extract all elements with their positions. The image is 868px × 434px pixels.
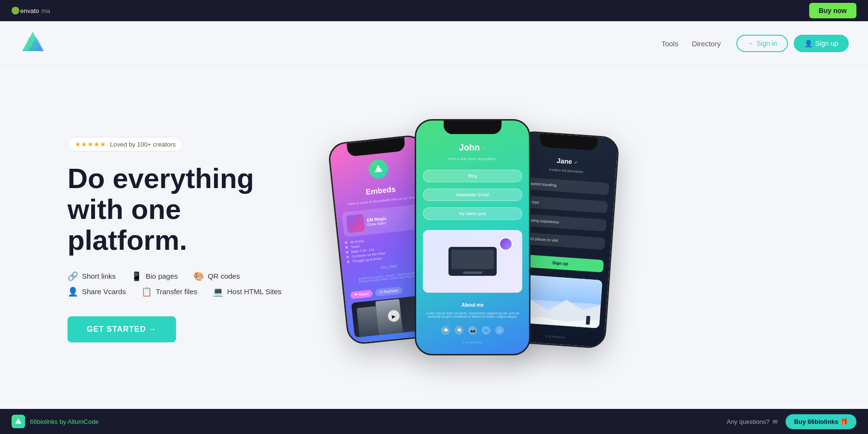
svg-point-0 <box>12 7 19 14</box>
social-icons-row: 💬 💬 📸 🐦 ♪ <box>423 326 522 335</box>
phone-mockups: Embeds Here is some of the embeds that c… <box>309 114 829 365</box>
feature-html-sites: 💻 Host HTML Sites <box>213 286 282 297</box>
feature-bio-pages: 📱 Bio pages <box>131 271 178 282</box>
instagram-icon[interactable]: 📸 <box>468 326 477 335</box>
feature-label: QR codes <box>208 272 240 280</box>
center-profile-name: John ✓ <box>423 143 522 153</box>
html-icon: 💻 <box>213 286 223 297</box>
track-info: EM Magic Glow Stars <box>366 216 387 227</box>
about-text: Lorem ipsum dolor sit amet, consectetur … <box>423 312 522 318</box>
feature-qr-codes: 🎨 QR codes <box>193 271 240 282</box>
center-btn-post[interactable]: My latest post <box>423 207 522 220</box>
star-rating: ★★★★★ <box>75 140 106 148</box>
phone-mockup-center: John ✓ Find a real short description. Bl… <box>415 119 530 355</box>
track-card: EM Magic Glow Stars <box>342 203 426 237</box>
topbar: envato market Buy now <box>0 0 868 21</box>
signin-button[interactable]: → Sign in <box>736 35 788 52</box>
topbar-logo: envato market <box>12 5 50 16</box>
right-item-trips: My trips <box>520 195 608 213</box>
link-icon: 🔗 <box>68 271 78 282</box>
qr-icon: 🎨 <box>193 271 204 282</box>
signup-button[interactable]: 👤 Sign up <box>794 35 849 52</box>
header-navigation: Tools Directory → Sign in 👤 Sign up <box>662 35 849 52</box>
center-image <box>423 230 522 293</box>
feature-label: Host HTML Sites <box>227 287 282 296</box>
badge-text: Loved by 100+ creators <box>110 141 176 148</box>
whatsapp-icon[interactable]: 💬 <box>441 326 450 335</box>
get-started-button[interactable]: GET STARTED → <box>68 316 176 342</box>
main-header: Tools Directory → Sign in 👤 Sign up <box>0 21 868 66</box>
center-btn-newsletter[interactable]: Newsletter Email <box>423 189 522 201</box>
svg-text:envato: envato <box>20 7 39 14</box>
vcard-icon: 👤 <box>68 286 78 297</box>
feature-short-links: 🔗 Short links <box>68 271 116 282</box>
share-reaction[interactable]: ⟳ Reshare <box>375 286 403 297</box>
messenger-icon[interactable]: 💬 <box>455 326 463 335</box>
signin-icon: → <box>747 40 754 47</box>
feature-label: Bio pages <box>146 272 178 280</box>
tiktok-icon[interactable]: ♪ <box>495 326 504 335</box>
right-item-traveling: I started traveling <box>522 177 609 195</box>
svg-text:market: market <box>41 7 50 14</box>
hero-section: ★★★★★ Loved by 100+ creators Do everythi… <box>0 66 868 413</box>
hero-title: Do everything with one platform. <box>68 163 309 255</box>
feature-label: Short links <box>82 272 116 280</box>
person-icon: 👤 <box>804 40 813 47</box>
social-proof-badge: ★★★★★ Loved by 100+ creators <box>68 137 183 151</box>
hero-content: ★★★★★ Loved by 100+ creators Do everythi… <box>68 137 309 342</box>
file-icon: 📋 <box>141 286 152 297</box>
nav-links: Tools Directory <box>662 40 721 48</box>
center-profile-desc: Find a real short description. <box>423 157 522 161</box>
nav-directory[interactable]: Directory <box>692 40 721 48</box>
envato-market-logo: envato market <box>12 5 50 16</box>
app-logo[interactable] <box>19 30 46 57</box>
nav-buttons: → Sign in 👤 Sign up <box>736 35 849 52</box>
features-list: 🔗 Short links 📱 Bio pages 🎨 QR codes 👤 S… <box>68 271 309 297</box>
right-profile-desc: creative full description. <box>523 166 610 176</box>
right-item-experience: traveling experience <box>519 214 607 231</box>
logo-icon <box>19 30 46 57</box>
right-item-places: top 10 places to visit <box>518 232 605 250</box>
bottom-bar: 66biolinks by AltumCode Any questions? ✉… <box>0 409 868 413</box>
feature-transfer-files: 📋 Transfer files <box>141 286 197 297</box>
nav-tools[interactable]: Tools <box>662 40 678 48</box>
svg-marker-6 <box>374 164 382 172</box>
powered-by: ✦ by 66biolinks <box>423 340 522 344</box>
phone-icon: 📱 <box>131 271 142 282</box>
center-btn-blog[interactable]: Blog <box>423 170 522 182</box>
laptop-scene <box>423 230 522 293</box>
track-thumb <box>346 214 365 233</box>
app-icon-left <box>368 159 389 180</box>
feature-label: Share Vcards <box>82 287 126 296</box>
feature-label: Transfer files <box>156 287 197 296</box>
buy-now-button[interactable]: Buy now <box>809 3 856 18</box>
about-title: About me <box>423 302 522 308</box>
feature-vcards: 👤 Share Vcards <box>68 286 126 297</box>
heart-reaction[interactable]: ❤ React <box>350 290 373 299</box>
right-profile-name: Jane ✓ <box>524 154 611 168</box>
twitter-icon[interactable]: 🐦 <box>482 326 490 335</box>
